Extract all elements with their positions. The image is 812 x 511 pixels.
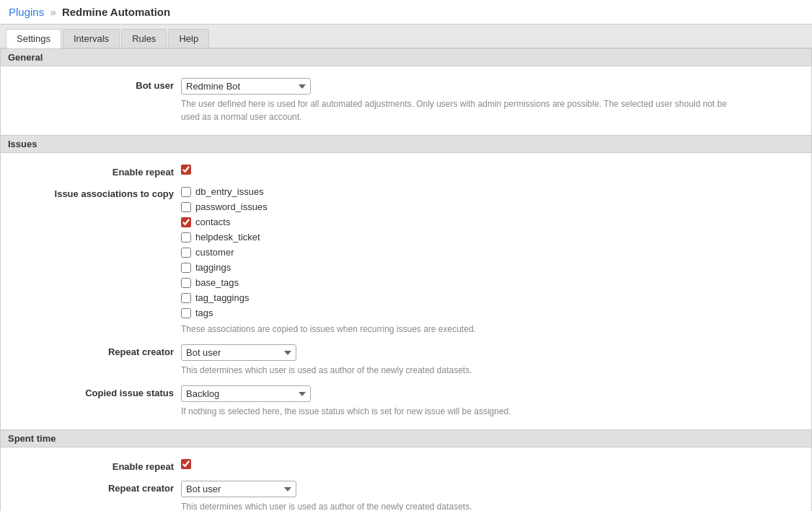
tab-settings[interactable]: Settings: [6, 29, 61, 48]
issues-enable-repeat-label: Enable repeat: [15, 165, 174, 178]
checkbox-customer[interactable]: [181, 248, 191, 258]
issue-associations-label: Issue associations to copy: [15, 186, 174, 199]
spent-time-enable-repeat-label: Enable repeat: [15, 459, 174, 472]
copied-issue-status-value: Backlog If nothing is selected here, the…: [181, 385, 797, 418]
label-helpdesk-ticket: helpdesk_ticket: [195, 232, 260, 243]
spent-time-repeat-creator-hint: This determines which user is used as au…: [181, 500, 729, 511]
checkbox-helpdesk-ticket[interactable]: [181, 232, 191, 243]
associations-hint: These associations are copied to issues …: [181, 323, 729, 336]
copied-issue-status-label: Copied issue status: [15, 385, 174, 398]
bot-user-select[interactable]: Redmine Bot: [181, 78, 311, 95]
list-item: base_tags: [181, 277, 797, 288]
label-customer: customer: [195, 247, 234, 258]
issues-repeat-creator-row: Repeat creator Bot user This determines …: [1, 340, 811, 381]
label-db-entry-issues: db_entry_issues: [195, 186, 264, 197]
breadcrumb-separator: »: [50, 6, 56, 18]
spent-time-repeat-creator-label: Repeat creator: [15, 481, 174, 494]
list-item: tags: [181, 307, 797, 318]
issues-enable-repeat-value: [181, 165, 797, 177]
checkbox-db-entry-issues[interactable]: [181, 187, 191, 197]
checkbox-contacts[interactable]: [181, 217, 191, 227]
tab-intervals[interactable]: Intervals: [63, 29, 120, 48]
spent-time-enable-repeat-row: Enable repeat: [1, 455, 811, 476]
label-password-issues: password_issues: [195, 201, 268, 212]
label-tags: tags: [195, 307, 213, 318]
issues-repeat-creator-value: Bot user This determines which user is u…: [181, 344, 797, 377]
label-base-tags: base_tags: [195, 277, 239, 288]
issues-enable-repeat-row: Enable repeat: [1, 160, 811, 182]
issues-enable-repeat-checkbox[interactable]: [181, 165, 191, 175]
issue-associations-row: Issue associations to copy db_entry_issu…: [1, 182, 811, 340]
general-section-header: General: [1, 48, 811, 66]
bot-user-row: Bot user Redmine Bot The user defined he…: [1, 74, 811, 128]
general-section-body: Bot user Redmine Bot The user defined he…: [1, 66, 811, 135]
label-contacts: contacts: [195, 217, 230, 227]
spent-time-repeat-creator-row: Repeat creator Bot user This determines …: [1, 476, 811, 511]
issues-section: Issues Enable repeat Issue associations …: [1, 135, 811, 429]
issue-associations-value: db_entry_issues password_issues contacts: [181, 186, 797, 336]
spent-time-section-body: Enable repeat Repeat creator Bot user Th…: [1, 447, 811, 511]
spent-time-section: Spent time Enable repeat Repeat creator …: [1, 429, 811, 511]
tab-help[interactable]: Help: [168, 29, 209, 48]
list-item: db_entry_issues: [181, 186, 797, 197]
list-item: helpdesk_ticket: [181, 232, 797, 243]
copied-issue-status-row: Copied issue status Backlog If nothing i…: [1, 381, 811, 422]
checkbox-taggings[interactable]: [181, 263, 191, 273]
spent-time-repeat-creator-select[interactable]: Bot user: [181, 481, 296, 497]
general-section: General Bot user Redmine Bot The user de…: [1, 48, 811, 135]
copied-issue-status-select[interactable]: Backlog: [181, 385, 311, 402]
issues-repeat-creator-label: Repeat creator: [15, 344, 174, 357]
tabs-bar: Settings Intervals Rules Help: [0, 25, 812, 48]
spent-time-section-header: Spent time: [1, 429, 811, 447]
checkbox-password-issues[interactable]: [181, 202, 191, 212]
bot-user-hint: The user defined here is used for all au…: [181, 97, 729, 123]
copied-issue-status-hint: If nothing is selected here, the issue s…: [181, 405, 729, 418]
list-item: tag_taggings: [181, 292, 797, 303]
issues-repeat-creator-hint: This determines which user is used as au…: [181, 364, 729, 377]
checkbox-base-tags[interactable]: [181, 278, 191, 288]
spent-time-repeat-creator-value: Bot user This determines which user is u…: [181, 481, 797, 511]
issues-section-body: Enable repeat Issue associations to copy…: [1, 153, 811, 429]
issues-repeat-creator-select[interactable]: Bot user: [181, 344, 296, 361]
label-tag-taggings: tag_taggings: [195, 292, 249, 303]
tabs-content: General Bot user Redmine Bot The user de…: [0, 48, 812, 511]
plugins-link[interactable]: Plugins: [9, 6, 44, 18]
page-title: Redmine Automation: [62, 6, 170, 18]
list-item: contacts: [181, 217, 797, 227]
issue-associations-group: db_entry_issues password_issues contacts: [181, 186, 797, 320]
tab-rules[interactable]: Rules: [121, 29, 167, 48]
spent-time-enable-repeat-value: [181, 459, 797, 471]
spent-time-enable-repeat-checkbox[interactable]: [181, 459, 191, 469]
list-item: taggings: [181, 262, 797, 273]
label-taggings: taggings: [195, 262, 231, 273]
list-item: password_issues: [181, 201, 797, 212]
bot-user-label: Bot user: [15, 78, 174, 91]
checkbox-tags[interactable]: [181, 308, 191, 318]
issues-section-header: Issues: [1, 135, 811, 153]
checkbox-tag-taggings[interactable]: [181, 293, 191, 303]
list-item: customer: [181, 247, 797, 258]
bot-user-value: Redmine Bot The user defined here is use…: [181, 78, 797, 123]
